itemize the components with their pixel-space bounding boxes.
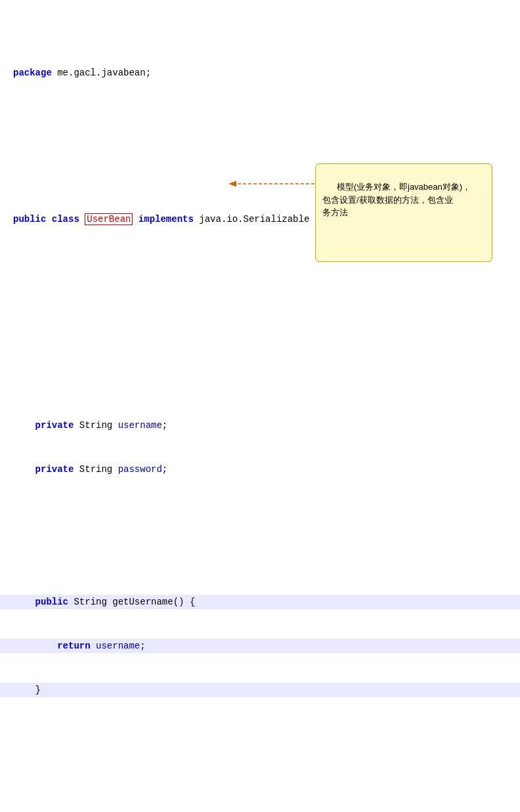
get-username-line2: return username; — [0, 639, 520, 653]
package-line: package me.gacl.javabean; — [13, 66, 507, 80]
class-name: UserBean — [85, 213, 133, 225]
blank-line — [13, 110, 507, 124]
field-username: private String username; — [13, 418, 507, 433]
dashed-arrow-svg — [224, 171, 316, 197]
model-tooltip-text: 模型(业务对象，即javabean对象)， 包含设置/获取数据的方法，包含业 务… — [322, 182, 471, 217]
code-display: package me.gacl.javabean; public class U… — [13, 7, 507, 812]
blank-line2 — [13, 345, 507, 359]
model-tooltip: 模型(业务对象，即javabean对象)， 包含设置/获取数据的方法，包含业 务… — [315, 163, 492, 263]
field-password: private String password; — [13, 462, 507, 477]
get-username-line3: } — [0, 683, 520, 697]
blank-line3 — [13, 521, 507, 536]
blank-line4 — [13, 742, 507, 756]
get-username-line1: public String getUsername() { — [0, 595, 520, 609]
